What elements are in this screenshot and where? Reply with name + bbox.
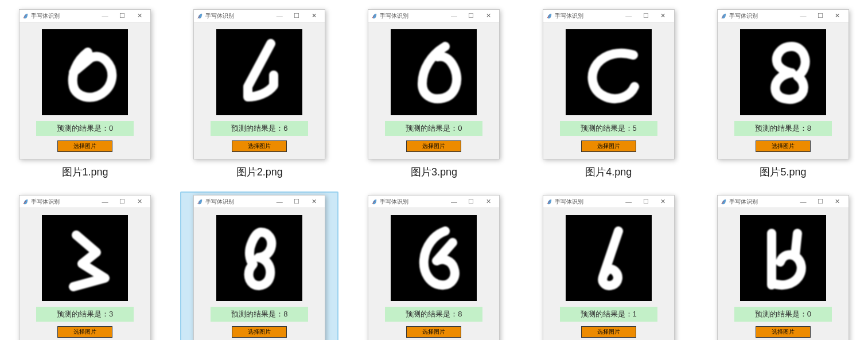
window-controls: — ☐ ✕ <box>795 11 846 21</box>
thumbnail-grid: 手写体识别 — ☐ ✕ 预测的结果是：0 选择图片 图片1.png <box>6 6 862 340</box>
app-feather-icon <box>546 13 552 19</box>
app-window: 手写体识别 — ☐ ✕ 预测的结果是：6 选择图片 <box>193 9 325 159</box>
maximize-button[interactable]: ☐ <box>114 11 131 21</box>
thumbnail-filename: 图片2.png <box>236 165 283 179</box>
thumbnail-item[interactable]: 手写体识别 — ☐ ✕ 预测的结果是：8 选择图片 图片7.png <box>180 192 338 340</box>
thumbnail-item[interactable]: 手写体识别 — ☐ ✕ 预测的结果是：0 选择图片 图片3.png <box>355 6 513 182</box>
minimize-button[interactable]: — <box>445 11 462 21</box>
digit-image <box>740 29 826 115</box>
select-image-button[interactable]: 选择图片 <box>406 140 461 152</box>
maximize-button[interactable]: ☐ <box>462 197 480 207</box>
close-button[interactable]: ✕ <box>829 11 846 21</box>
digit-image <box>391 215 477 301</box>
digit-image <box>42 29 128 115</box>
thumbnail-item[interactable]: 手写体识别 — ☐ ✕ 预测的结果是：0 选择图片 图片10.png <box>704 192 862 340</box>
minimize-button[interactable]: — <box>795 197 812 207</box>
window-title: 手写体识别 <box>380 198 445 206</box>
thumbnail-item[interactable]: 手写体识别 — ☐ ✕ 预测的结果是：3 选择图片 图片6.png <box>6 192 164 340</box>
digit-image <box>391 29 477 115</box>
select-image-button[interactable]: 选择图片 <box>232 326 287 338</box>
digit-image <box>216 29 302 115</box>
thumbnail-filename: 图片5.png <box>760 165 806 179</box>
minimize-button[interactable]: — <box>271 197 288 207</box>
select-image-button[interactable]: 选择图片 <box>581 140 636 152</box>
minimize-button[interactable]: — <box>96 11 114 21</box>
minimize-button[interactable]: — <box>96 197 114 207</box>
app-window: 手写体识别 — ☐ ✕ 预测的结果是：8 选择图片 <box>717 9 849 159</box>
close-button[interactable]: ✕ <box>305 11 322 21</box>
select-image-button[interactable]: 选择图片 <box>406 326 461 338</box>
window-content: 预测的结果是：8 选择图片 <box>718 22 848 159</box>
window-title: 手写体识别 <box>555 198 620 206</box>
thumbnail-filename: 图片4.png <box>585 165 632 179</box>
select-image-button[interactable]: 选择图片 <box>756 326 811 338</box>
close-button[interactable]: ✕ <box>480 197 497 207</box>
maximize-button[interactable]: ☐ <box>114 197 131 207</box>
digit-image <box>216 215 302 301</box>
thumbnail-item[interactable]: 手写体识别 — ☐ ✕ 预测的结果是：1 选择图片 图片9.png <box>530 192 688 340</box>
maximize-button[interactable]: ☐ <box>812 11 829 21</box>
close-button[interactable]: ✕ <box>131 197 148 207</box>
close-button[interactable]: ✕ <box>480 11 497 21</box>
window-titlebar: 手写体识别 — ☐ ✕ <box>543 196 674 208</box>
window-controls: — ☐ ✕ <box>795 197 846 207</box>
close-button[interactable]: ✕ <box>131 11 148 21</box>
app-window: 手写体识别 — ☐ ✕ 预测的结果是：5 选择图片 <box>543 9 675 159</box>
maximize-button[interactable]: ☐ <box>812 197 829 207</box>
close-button[interactable]: ✕ <box>305 197 322 207</box>
window-titlebar: 手写体识别 — ☐ ✕ <box>194 10 325 22</box>
select-image-button[interactable]: 选择图片 <box>756 140 811 152</box>
digit-image <box>566 215 652 301</box>
window-title: 手写体识别 <box>555 12 620 20</box>
app-feather-icon <box>720 13 727 19</box>
minimize-button[interactable]: — <box>795 11 812 21</box>
window-title: 手写体识别 <box>31 12 96 20</box>
app-feather-icon <box>371 13 377 19</box>
minimize-button[interactable]: — <box>620 197 637 207</box>
maximize-button[interactable]: ☐ <box>637 197 655 207</box>
app-feather-icon <box>196 198 203 205</box>
app-feather-icon <box>371 198 377 205</box>
window-controls: — ☐ ✕ <box>445 11 497 21</box>
prediction-result-label: 预测的结果是：0 <box>385 121 482 136</box>
prediction-result-label: 预测的结果是：0 <box>734 307 832 322</box>
app-window: 手写体识别 — ☐ ✕ 预测的结果是：3 选择图片 <box>19 195 151 340</box>
window-title: 手写体识别 <box>31 198 96 206</box>
close-button[interactable]: ✕ <box>655 11 672 21</box>
window-content: 预测的结果是：1 选择图片 <box>543 208 674 340</box>
thumbnail-filename: 图片1.png <box>62 165 108 179</box>
maximize-button[interactable]: ☐ <box>637 11 655 21</box>
window-titlebar: 手写体识别 — ☐ ✕ <box>194 196 325 208</box>
close-button[interactable]: ✕ <box>829 197 846 207</box>
app-feather-icon <box>22 13 29 19</box>
thumbnail-item[interactable]: 手写体识别 — ☐ ✕ 预测的结果是：8 选择图片 图片8.png <box>355 192 513 340</box>
maximize-button[interactable]: ☐ <box>288 11 305 21</box>
select-image-button[interactable]: 选择图片 <box>232 140 287 152</box>
window-title: 手写体识别 <box>205 12 271 20</box>
select-image-button[interactable]: 选择图片 <box>57 140 112 152</box>
window-content: 预测的结果是：6 选择图片 <box>194 22 325 159</box>
app-window: 手写体识别 — ☐ ✕ 预测的结果是：1 选择图片 <box>543 195 675 340</box>
thumbnail-item[interactable]: 手写体识别 — ☐ ✕ 预测的结果是：6 选择图片 图片2.png <box>180 6 338 182</box>
window-controls: — ☐ ✕ <box>445 197 497 207</box>
app-window: 手写体识别 — ☐ ✕ 预测的结果是：0 选择图片 <box>717 195 849 340</box>
minimize-button[interactable]: — <box>620 11 637 21</box>
prediction-result-label: 预测的结果是：3 <box>36 307 134 322</box>
prediction-result-label: 预测的结果是：1 <box>560 307 657 322</box>
app-feather-icon <box>720 198 727 205</box>
maximize-button[interactable]: ☐ <box>288 197 305 207</box>
window-controls: — ☐ ✕ <box>96 11 148 21</box>
select-image-button[interactable]: 选择图片 <box>581 326 636 338</box>
app-window: 手写体识别 — ☐ ✕ 预测的结果是：0 选择图片 <box>368 9 500 159</box>
window-controls: — ☐ ✕ <box>620 11 672 21</box>
select-image-button[interactable]: 选择图片 <box>57 326 112 338</box>
thumbnail-item[interactable]: 手写体识别 — ☐ ✕ 预测的结果是：5 选择图片 图片4.png <box>530 6 688 182</box>
maximize-button[interactable]: ☐ <box>462 11 480 21</box>
minimize-button[interactable]: — <box>271 11 288 21</box>
close-button[interactable]: ✕ <box>655 197 672 207</box>
window-content: 预测的结果是：0 选择图片 <box>718 208 848 340</box>
minimize-button[interactable]: — <box>445 197 462 207</box>
thumbnail-item[interactable]: 手写体识别 — ☐ ✕ 预测的结果是：8 选择图片 图片5.png <box>704 6 862 182</box>
thumbnail-item[interactable]: 手写体识别 — ☐ ✕ 预测的结果是：0 选择图片 图片1.png <box>6 6 164 182</box>
window-controls: — ☐ ✕ <box>271 11 322 21</box>
